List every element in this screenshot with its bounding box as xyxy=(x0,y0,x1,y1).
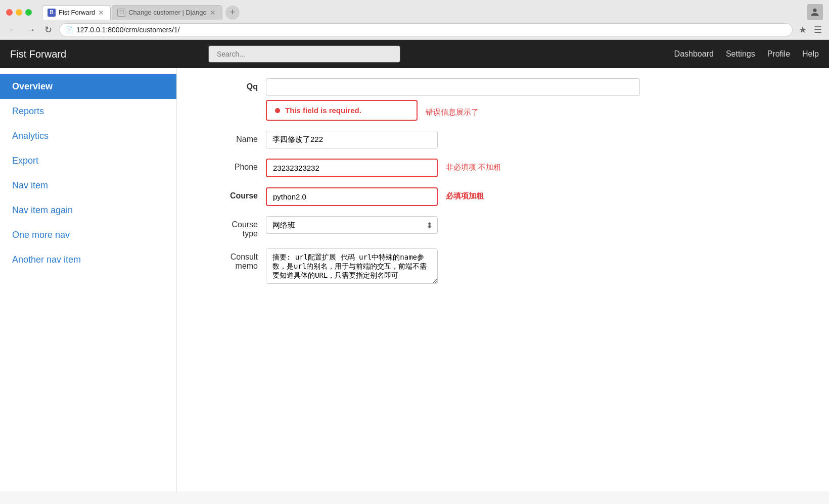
new-tab-button[interactable]: + xyxy=(225,6,240,20)
sidebar-item-another-nav-item[interactable]: Another nav item xyxy=(0,247,176,272)
course-type-select-wrapper: 网络班 ⬍ xyxy=(266,216,438,234)
bookmark-button[interactable]: ★ xyxy=(798,23,808,36)
browser-tab-1[interactable]: B Fist Forward ✕ xyxy=(42,5,111,20)
name-input[interactable] xyxy=(266,131,438,148)
sidebar-item-reports[interactable]: Reports xyxy=(0,99,176,124)
name-label: Name xyxy=(197,131,258,144)
header-nav: Dashboard Settings Profile Help xyxy=(674,49,819,59)
header-search-input[interactable] xyxy=(208,45,400,63)
browser-tab-2[interactable]: ☐ Change customer | Django ✕ xyxy=(112,5,222,20)
error-box: This field is required. xyxy=(266,100,418,121)
sidebar-item-export[interactable]: Export xyxy=(0,148,176,173)
nav-profile[interactable]: Profile xyxy=(767,49,790,59)
error-dot-icon xyxy=(275,108,280,113)
consult-memo-textarea[interactable]: 摘要: url配置扩展 代码 url中特殊的name参数，是url的别名，用于与… xyxy=(266,248,438,284)
course-label: Course xyxy=(197,187,258,200)
phone-annotation: 非必填项 不加粗 xyxy=(446,159,501,172)
phone-label: Phone xyxy=(197,159,258,172)
window-maximize-btn[interactable] xyxy=(25,9,32,16)
name-field-row: Name xyxy=(197,131,809,148)
browser-menu-button[interactable]: ☰ xyxy=(813,23,823,36)
back-button[interactable]: ← xyxy=(6,24,19,36)
course-field-row: Course 必填项加粗 xyxy=(197,187,809,206)
tabs-bar: B Fist Forward ✕ ☐ Change customer | Dja… xyxy=(42,5,240,20)
consult-memo-label: Consult memo xyxy=(197,248,258,271)
address-bar[interactable]: 📄 127.0.0.1:8000/crm/customers/1/ xyxy=(59,23,793,36)
course-input[interactable] xyxy=(266,187,438,206)
sidebar-item-overview[interactable]: Overview xyxy=(0,74,176,99)
sidebar-item-one-more-nav[interactable]: One more nav xyxy=(0,223,176,247)
url-display: 127.0.0.1:8000/crm/customers/1/ xyxy=(76,26,786,34)
nav-help[interactable]: Help xyxy=(802,49,819,59)
consult-memo-field-row: Consult memo 摘要: url配置扩展 代码 url中特殊的name参… xyxy=(197,248,809,284)
address-bar-row: ← → ↻ 📄 127.0.0.1:8000/crm/customers/1/ … xyxy=(0,20,829,39)
nav-dashboard[interactable]: Dashboard xyxy=(674,49,714,59)
phone-input[interactable] xyxy=(266,159,438,177)
sidebar-item-nav-item[interactable]: Nav item xyxy=(0,173,176,198)
error-message: This field is required. xyxy=(285,106,361,115)
tab-close-1[interactable]: ✕ xyxy=(98,9,104,17)
sidebar-item-analytics[interactable]: Analytics xyxy=(0,124,176,148)
phone-field-row: Phone 非必填项 不加粗 xyxy=(197,159,809,177)
forward-button[interactable]: → xyxy=(24,24,37,36)
tab-favicon-1: B xyxy=(48,9,56,17)
tab-favicon-2: ☐ xyxy=(117,9,125,17)
browser-chrome: B Fist Forward ✕ ☐ Change customer | Dja… xyxy=(0,0,829,40)
error-annotation: 错误信息展示了 xyxy=(426,104,479,117)
course-annotation: 必填项加粗 xyxy=(446,187,484,201)
nav-settings[interactable]: Settings xyxy=(726,49,755,59)
qq-field-row: Qq This field is required. 错误信息展示了 xyxy=(197,78,809,121)
course-type-field-row: Course type 网络班 ⬍ xyxy=(197,216,809,238)
tab-label-2: Change customer | Django xyxy=(128,9,206,16)
qq-label: Qq xyxy=(197,78,258,91)
course-type-label: Course type xyxy=(197,216,258,238)
qq-input[interactable] xyxy=(266,78,640,96)
reload-button[interactable]: ↻ xyxy=(42,23,54,36)
app-header: Fist Forward Dashboard Settings Profile … xyxy=(0,40,829,68)
main-content: Qq This field is required. 错误信息展示了 Name … xyxy=(177,68,829,491)
profile-icon[interactable] xyxy=(807,4,823,20)
window-minimize-btn[interactable] xyxy=(16,9,22,16)
window-controls xyxy=(6,9,32,16)
app-logo: Fist Forward xyxy=(10,48,66,60)
sidebar: Overview Reports Analytics Export Nav it… xyxy=(0,68,177,491)
course-type-select[interactable]: 网络班 xyxy=(266,216,438,234)
tab-close-2[interactable]: ✕ xyxy=(210,9,216,17)
tab-label-1: Fist Forward xyxy=(59,9,95,16)
qq-field-area: This field is required. 错误信息展示了 xyxy=(266,78,640,121)
app-layout: Overview Reports Analytics Export Nav it… xyxy=(0,68,829,491)
window-close-btn[interactable] xyxy=(6,9,13,16)
page-icon: 📄 xyxy=(66,26,73,33)
sidebar-item-nav-item-again[interactable]: Nav item again xyxy=(0,198,176,223)
